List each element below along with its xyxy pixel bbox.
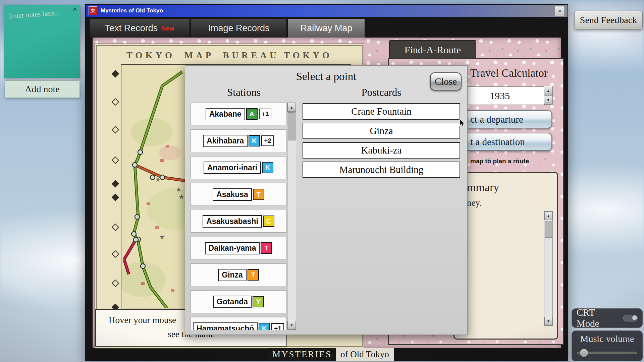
crt-toggle-switch[interactable] [623,315,638,321]
scrollbar-thumb[interactable] [545,221,552,238]
tab-image-records[interactable]: Image Records [191,19,287,38]
chevron-down-icon: ▼ [547,98,550,102]
scroll-down-button[interactable]: ▼ [544,317,552,325]
stations-list: AkabaneA+1AkihabaraK+2Anamori-inariKAsak… [191,103,286,330]
scroll-up-button[interactable]: ▲ [544,212,552,220]
mouse-cursor [459,119,466,127]
year-spinner: ▲ ▼ [544,86,553,105]
line-badge: K [259,323,270,330]
line-badge: T [248,269,259,281]
station-name-label: Gotanda [213,296,252,308]
station-item[interactable]: AkihabaraK+2 [191,129,286,152]
station-name-label: Asakusa [213,188,252,201]
spinner-down-button[interactable]: ▼ [544,95,553,105]
line-badge: Y [253,296,264,307]
chevron-down-icon: ▼ [547,319,550,323]
station-item[interactable]: AsakusabashiC [191,210,286,233]
station-item[interactable]: HamamatsuchōK+1 [191,317,286,330]
find-a-route-header: Find-A-Route [389,40,476,59]
sticky-note[interactable]: Enter notes here... × [4,5,80,78]
summary-scrollbar[interactable]: ▲ ▼ [544,211,553,326]
scrollbar-thumb[interactable] [288,112,296,140]
spinner-up-button[interactable]: ▲ [544,86,553,95]
line-badge: A [246,108,258,120]
chevron-up-icon: ▲ [547,214,550,218]
summary-title: mmary [467,181,499,194]
crt-mode-label: CRT Mode [577,307,619,329]
new-badge: New [161,25,174,32]
dialog-title: Select a point [185,70,467,83]
stations-header: Stations [195,86,292,99]
summary-text: ney. [467,198,482,208]
window-close-button[interactable]: × [555,6,565,16]
line-badge: K [249,135,260,146]
add-note-button[interactable]: Add note [5,80,80,98]
map-marker-diamond[interactable] [112,250,119,258]
brand-word-of-old-tokyo: of Old Tokyo [336,348,394,361]
svg-text:★: ★ [176,186,182,193]
year-input[interactable]: 1935 [454,86,545,105]
svg-text:★: ★ [155,176,161,183]
station-item[interactable]: GinzaT [191,263,286,286]
scroll-down-button[interactable]: ▼ [287,321,296,329]
hint-line-1: Hover your mouse [109,315,176,325]
line-badge: C [263,216,274,227]
station-name-label: Asakusabashi [203,215,262,228]
window-title: Mysteries of Old Tokyo [101,7,163,14]
music-volume-widget: Music volume [572,330,643,361]
tab-label: Image Records [208,23,269,34]
window-titlebar[interactable]: 東 Mysteries of Old Tokyo × [86,5,568,17]
map-bureau-header: TOKYO MAP BUREAU TOKYO [95,50,364,61]
station-item[interactable]: Anamori-inariK [191,156,286,179]
map-marker-diamond[interactable] [112,194,119,201]
route-summary-panel [453,172,558,340]
music-volume-label: Music volume [572,334,642,344]
close-icon[interactable]: × [72,5,77,14]
app-icon: 東 [89,6,97,15]
map-marker-diamond[interactable] [112,126,119,134]
music-volume-slider[interactable] [577,352,637,354]
map-header-left: TOKYO MAP BUREAU [126,50,279,61]
map-marker-diamond[interactable] [112,70,119,78]
map-marker-diamond[interactable] [112,224,119,231]
screen: Enter notes here... × Add note 東 Mysteri… [0,0,644,362]
map-marker-diamond[interactable] [112,180,119,188]
travel-calculator-title: Travel Calculator [470,67,548,79]
postcard-item[interactable]: Kabuki-za [303,142,460,159]
station-name-label: Akihabara [203,135,248,147]
map-marker-diamond[interactable] [112,98,119,106]
close-icon: × [558,7,561,15]
tab-text-records[interactable]: Text Records New [89,19,190,38]
tab-railway-map[interactable]: Railway Map [288,19,365,38]
postcard-item[interactable]: Crane Fountain [303,103,460,120]
tab-label: Text Records [105,23,158,34]
crt-mode-button[interactable]: CRT Mode [572,308,643,328]
svg-text:★: ★ [178,193,184,200]
station-extra-count: +1 [271,323,284,330]
scroll-up-button[interactable]: ▲ [287,103,296,112]
stations-scrollbar[interactable]: ▲ ▼ [287,103,296,330]
station-item[interactable]: AsakusaT [191,183,286,206]
station-extra-count: +2 [261,135,274,146]
slider-knob[interactable] [580,349,588,357]
station-item[interactable]: GotandaY [191,290,286,313]
postcard-item[interactable]: Marunouchi Building [303,162,460,178]
brand-word-mysteries: MYSTERIES [268,348,336,361]
postcards-header: Postcards [303,86,460,99]
line-badge: T [261,242,272,254]
postcards-list: Crane FountainGinzaKabuki-zaMarunouchi B… [303,103,460,181]
map-marker-diamond[interactable] [112,157,119,164]
map-marker-diamond[interactable] [112,280,119,287]
station-extra-count: +1 [259,109,272,119]
chevron-down-icon: ▼ [290,323,293,327]
station-item[interactable]: AkabaneA+1 [191,103,286,125]
send-feedback-button[interactable]: Send Feedback [574,11,643,29]
chevron-up-icon: ▲ [547,89,550,93]
station-name-label: Ginza [218,269,247,281]
station-item[interactable]: Daikan-yamaT [191,237,286,259]
select-point-dialog: Select a point Close Stations Postcards … [185,65,468,335]
sticky-note-placeholder[interactable]: Enter notes here... [8,8,69,20]
postcard-item[interactable]: Ginza [303,123,460,139]
station-name-label: Daikan-yama [205,242,260,254]
toggle-knob [632,315,637,320]
